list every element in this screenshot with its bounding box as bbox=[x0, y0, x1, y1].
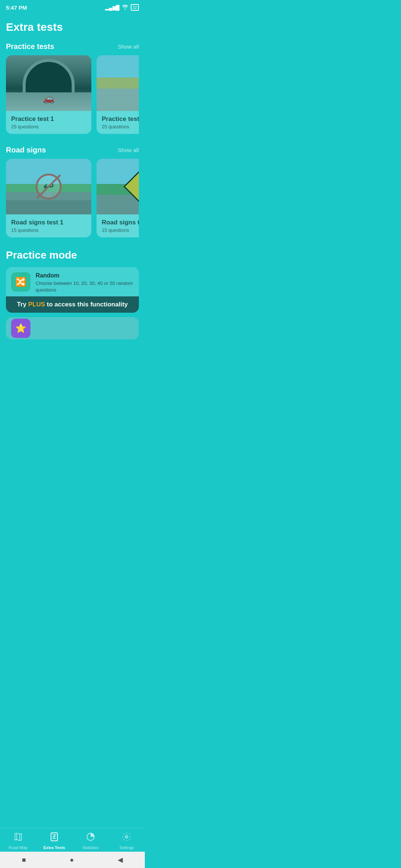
road-sign-2-title: Road signs test 2 bbox=[102, 219, 139, 226]
favorites-icon: ⭐ bbox=[15, 323, 26, 333]
plus-word: PLUS bbox=[28, 301, 45, 308]
practice-test-2-title: Practice test 2 bbox=[102, 115, 139, 123]
practice-test-2-questions: 25 questions bbox=[102, 124, 139, 129]
road-sign-2-image bbox=[97, 159, 139, 214]
road-sign-2-info: Road signs test 2 15 questions bbox=[97, 214, 139, 237]
battery-icon: 32 bbox=[131, 4, 139, 11]
random-practice-card[interactable]: 🔀 Random Choose between 10, 20, 30, 40 o… bbox=[6, 267, 139, 313]
practice-test-1-info: Practice test 1 25 questions bbox=[6, 111, 91, 134]
practice-test-1-image: 🚗 bbox=[6, 55, 91, 111]
road-sign-card-2[interactable]: Road signs test 2 15 questions bbox=[97, 159, 139, 237]
road-signs-title: Road signs bbox=[6, 146, 46, 154]
plus-banner-text: Try PLUS to access this functionality bbox=[17, 301, 128, 308]
practice-tests-title: Practice tests bbox=[6, 42, 54, 51]
random-practice-desc: Choose between 10, 20, 30, 40 or 50 rand… bbox=[36, 280, 134, 293]
road-sign-2-questions: 15 questions bbox=[102, 227, 139, 233]
practice-test-card-2[interactable]: 🚙 Practice test 2 25 questions bbox=[97, 55, 139, 134]
status-time: 5:47 PM bbox=[6, 4, 27, 11]
road-sign-1-questions: 15 questions bbox=[11, 227, 86, 233]
favorites-practice-card[interactable]: ⭐ bbox=[6, 317, 139, 339]
favorites-icon-wrap: ⭐ bbox=[11, 319, 30, 338]
road-sign-card-1[interactable]: ↩ Road signs test 1 15 questions bbox=[6, 159, 91, 237]
practice-test-1-title: Practice test 1 bbox=[11, 115, 86, 123]
random-icon-wrap: 🔀 bbox=[11, 272, 30, 292]
road-signs-header: Road signs Show all bbox=[6, 146, 139, 154]
practice-tests-show-all[interactable]: Show all bbox=[118, 43, 139, 50]
practice-test-2-info: Practice test 2 25 questions bbox=[97, 111, 139, 134]
main-content: Extra tests Practice tests Show all 🚗 Pr… bbox=[0, 13, 145, 385]
practice-tests-row: 🚗 Practice test 1 25 questions 🚙 Practic… bbox=[6, 55, 139, 135]
road-signs-show-all[interactable]: Show all bbox=[118, 147, 139, 153]
signal-icon: ▂▄▆█ bbox=[105, 5, 119, 10]
status-bar: 5:47 PM ▂▄▆█ 32 bbox=[0, 0, 145, 13]
road-signs-row: ↩ Road signs test 1 15 questions R bbox=[6, 159, 139, 239]
practice-tests-header: Practice tests Show all bbox=[6, 42, 139, 51]
random-practice-name: Random bbox=[36, 272, 134, 279]
random-icon: 🔀 bbox=[15, 277, 26, 287]
practice-test-card-1[interactable]: 🚗 Practice test 1 25 questions bbox=[6, 55, 91, 134]
plus-banner[interactable]: Try PLUS to access this functionality bbox=[6, 296, 139, 313]
random-practice-text: Random Choose between 10, 20, 30, 40 or … bbox=[36, 272, 134, 293]
wifi-icon bbox=[122, 4, 128, 11]
practice-test-1-questions: 25 questions bbox=[11, 124, 86, 129]
practice-test-2-image: 🚙 bbox=[97, 55, 139, 111]
road-sign-1-title: Road signs test 1 bbox=[11, 219, 86, 226]
road-sign-1-info: Road signs test 1 15 questions bbox=[6, 214, 91, 237]
page-title: Extra tests bbox=[6, 21, 139, 33]
road-sign-1-image: ↩ bbox=[6, 159, 91, 214]
status-icons: ▂▄▆█ 32 bbox=[105, 4, 139, 11]
practice-mode-title: Practice mode bbox=[6, 249, 139, 261]
